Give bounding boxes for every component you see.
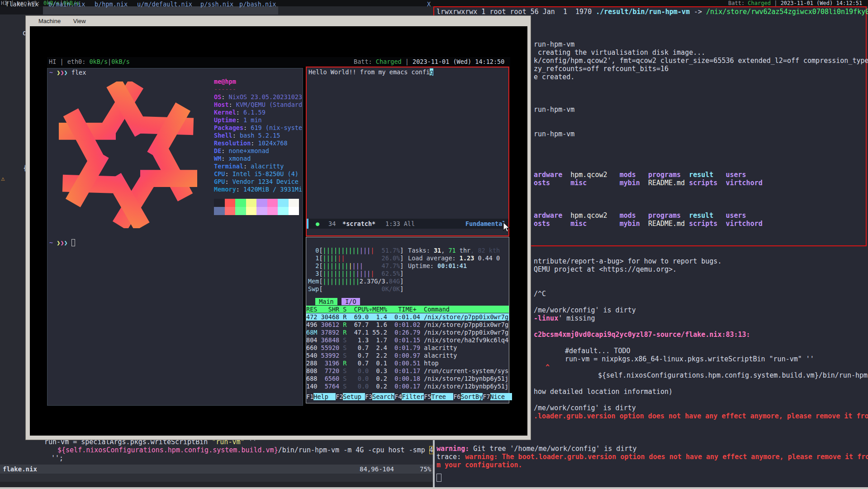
terminal-line: Memory: 1420MiB / 3931Mi bbox=[214, 186, 302, 193]
terminal-line: Tasks: 31, 71 thr, 82 kth bbox=[408, 247, 500, 254]
terminal-line: Uptime: 1 min bbox=[214, 116, 262, 124]
terminal-line: OS: NixOS 23.05.20231023 bbox=[214, 93, 302, 101]
terminal-line: CPU: Intel i5-8250U (4) bbox=[214, 170, 299, 177]
mouse-cursor bbox=[503, 222, 511, 234]
terminal-line: Hello World!! from my emacs config bbox=[308, 68, 433, 76]
terminal-line: Packages: 619 (nix-syste bbox=[214, 124, 302, 131]
terminal-line: ------ bbox=[214, 86, 236, 93]
terminal-line: 0[|||||||||||||| 51.7%] bbox=[308, 247, 403, 254]
terminal-line: ● bbox=[316, 220, 319, 227]
terminal-line: 688 6560 S 0.0 0.2 0:00.18 /nix/store/12… bbox=[306, 375, 508, 382]
terminal-line: WM: xmonad bbox=[214, 155, 251, 162]
terminal-line: 68M 37892 R 47.1 55.2 0:26.79 /nix/store… bbox=[306, 329, 508, 336]
terminal-line: 140 5764 S 0.0 0.2 0:00.17 /nix/store/12… bbox=[306, 383, 508, 390]
terminal-line: Batt: Charged | 2023-11-01 (Wed) 14:12:5… bbox=[354, 58, 504, 65]
terminal-line: HI | eth0: 0kB/s|0kB/s bbox=[49, 58, 130, 65]
terminal-line: Load average: 1.23 0.44 0 bbox=[408, 254, 500, 262]
terminal-line: Shell: bash 5.2.15 bbox=[214, 132, 280, 139]
terminal-line: 1:33 All bbox=[385, 220, 415, 227]
terminal-line: 3[|||||||||||||| 62.5%] bbox=[308, 270, 403, 277]
terminal-line: Mem[||||||||||2.37G/3.84G] bbox=[308, 278, 403, 285]
terminal-line: Host: KVM/QEMU (Standard bbox=[214, 101, 302, 108]
terminal-line: Terminal: alacritty bbox=[214, 163, 284, 170]
terminal-line: 472 30468 R 69.0 1.4 0:01.04 /nix/store/… bbox=[306, 313, 509, 321]
htop-tab-io[interactable]: I/O bbox=[342, 298, 360, 305]
terminal-line: 2[||||||||||| 47.7%] bbox=[308, 262, 403, 269]
terminal-line: 34 bbox=[328, 220, 336, 227]
terminal-line: 808 7720 S 0.0 0.3 0:01.17 /run/current-… bbox=[306, 367, 508, 374]
terminal-line: ~ ❯❯❯ flex bbox=[49, 69, 86, 76]
terminal-line: g bbox=[430, 68, 433, 76]
terminal-line: 804 36848 S 1.3 1.7 0:01.15 /nix/store/h… bbox=[306, 336, 508, 344]
htop-tab-main[interactable]: Main bbox=[315, 298, 337, 305]
terminal-line: Swp[ 0K/0K] bbox=[308, 285, 403, 292]
terminal-line: 496 30612 R 67.7 1.6 0:01.02 /nix/store/… bbox=[306, 321, 508, 328]
terminal-line: 660 55920 S 0.7 2.4 0:01.79 alacritty bbox=[306, 344, 457, 351]
terminal-line: me@hpm bbox=[214, 78, 236, 85]
terminal-line: Resolution: 1024x768 bbox=[214, 139, 288, 147]
terminal-line: GPU: Vendor 1234 Device bbox=[214, 178, 299, 185]
terminal-line: 1[|||||| 26.0%] bbox=[308, 254, 403, 262]
htop-function-keys[interactable]: F1Help F2Setup F3SearchF4FilterF5Tree F6… bbox=[306, 393, 512, 400]
terminal-line: ~ ❯❯❯ bbox=[49, 239, 75, 246]
terminal-line: RES SHR S CPU%▿MEM% TIME+ Command bbox=[306, 306, 509, 313]
terminal-line: 288 3196 R 0.7 0.1 0:00.51 htop bbox=[306, 360, 439, 367]
terminal-line: DE: none+xmonad bbox=[214, 147, 269, 154]
vm-text-layer: HI | eth0: 0kB/s|0kB/sBatt: Charged | 20… bbox=[0, 0, 868, 489]
terminal-line: Fundamental bbox=[465, 220, 506, 227]
terminal-line: Kernel: 6.1.59 bbox=[214, 109, 266, 116]
terminal-line: Uptime: 00:01:41 bbox=[408, 262, 467, 269]
terminal-line: 540 53992 S 0.7 2.2 0:00.97 alacritty bbox=[306, 352, 457, 359]
terminal-line: *scratch* bbox=[342, 220, 375, 227]
